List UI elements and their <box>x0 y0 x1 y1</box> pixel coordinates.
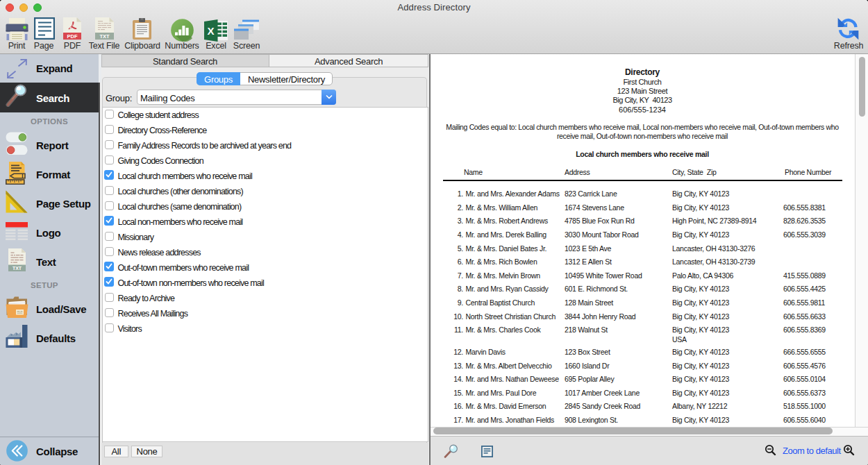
svg-text:X: X <box>207 25 214 37</box>
svg-text:PDF: PDF <box>67 33 78 40</box>
svg-text:TXT: TXT <box>99 33 110 40</box>
svg-text:TXT: TXT <box>12 266 22 271</box>
